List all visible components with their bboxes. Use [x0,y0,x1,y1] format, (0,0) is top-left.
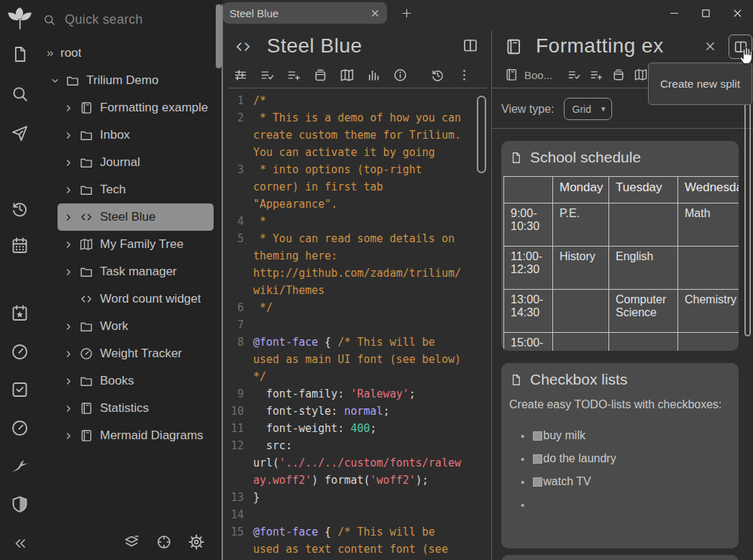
gear-icon[interactable] [188,533,205,551]
tree-item-my-family-tree[interactable]: My Family Tree [58,231,214,258]
launcher-gauge-icon[interactable] [10,342,29,362]
code-line[interactable]: 8@font-face { /* This will be [223,334,491,351]
code-line[interactable]: 13} [223,489,491,506]
chevrons-right-icon[interactable] [45,48,55,59]
launcher-search-icon[interactable] [10,84,29,104]
code-line[interactable]: 2 * This is a demo of how you can [223,109,491,127]
code-line[interactable]: url('../../../custom/fonts/ralew [223,454,491,472]
launcher-task-check-icon[interactable] [10,380,29,399]
list-plus-icon[interactable] [589,68,603,82]
tree-item-books[interactable]: Books [58,367,214,395]
chevron-right-icon[interactable] [63,321,74,332]
tree-item-statistics[interactable]: Statistics [58,395,214,422]
launcher-note-icon[interactable] [10,45,29,64]
close-split-icon[interactable] [703,40,717,53]
checkbox[interactable] [533,431,542,441]
history-icon[interactable] [430,68,445,83]
tree-item-journal[interactable]: Journal [58,149,214,176]
minimize-button[interactable] [658,0,690,26]
chevron-right-icon[interactable] [63,185,74,196]
tree-item-task-manager[interactable]: Task manager [58,258,214,285]
tree-item-root[interactable]: root [40,40,214,67]
map-book-icon[interactable] [634,68,648,82]
maximize-button[interactable] [690,0,721,26]
code-line[interactable]: 14 [223,506,491,523]
code-line[interactable]: 7 [223,316,491,334]
quick-search-input[interactable]: Quick search [42,9,143,29]
tree-item-mermaid-diagrams[interactable]: Mermaid Diagrams [58,422,214,449]
chevron-right-icon[interactable] [63,130,74,141]
code-line[interactable]: 4 * [223,213,491,230]
code-line[interactable]: 5 * You can read some details on [223,230,491,247]
box-icon[interactable] [611,68,626,82]
card-title[interactable]: School schedule [530,149,641,166]
tree-item-word-count-widget[interactable]: Word count widget [58,285,214,313]
code-line[interactable]: 15@font-face { /* This will be [223,523,491,541]
code-line[interactable]: 12 src: [223,437,491,454]
new-tab-icon[interactable] [401,7,413,19]
code-line[interactable]: 9 font-family: 'Raleway'; [223,385,491,403]
tab-close-icon[interactable] [370,8,380,19]
code-line[interactable]: You can activate it by going [223,144,491,161]
chevron-right-icon[interactable] [63,103,74,114]
note-title[interactable]: Steel Blue [267,35,362,58]
view-type-select[interactable]: Grid ▾ [564,98,612,120]
note-card-school-schedule[interactable]: School scheduleMondayTuesdayWednesday9:0… [501,141,739,351]
code-line[interactable]: 6 */ [223,299,491,316]
tree-item-work[interactable]: Work [58,313,214,340]
launcher-calendar-icon[interactable] [10,236,29,255]
code-line[interactable]: ay.woff2') format('woff2'); [223,472,491,489]
tree-item-weight-tracker[interactable]: Weight Tracker [58,340,214,367]
chevron-down-icon[interactable] [50,75,60,86]
create-new-split-button[interactable] [729,35,752,59]
note-card-checkbox-lists[interactable]: Checkbox listsCreate easy TODO-lists wit… [501,363,739,548]
code-line[interactable]: wiki/Themes [223,282,491,299]
code-line[interactable]: theming here: [223,247,491,265]
tree-item-steel-blue[interactable]: Steel Blue [58,203,214,231]
create-split-icon[interactable] [462,37,479,54]
chevron-right-icon[interactable] [63,267,74,277]
list-check-icon[interactable] [260,68,275,83]
code-line[interactable]: 11 font-weight: 400; [223,420,491,437]
bar-chart-icon[interactable] [366,68,381,83]
code-line[interactable]: "Appearance". [223,196,491,213]
tree-item-inbox[interactable]: Inbox [58,121,214,149]
sliders-icon[interactable] [233,68,248,83]
code-line[interactable]: 3 * into options (top-right [223,161,491,178]
tree-scrollbar-thumb[interactable] [216,4,222,68]
code-line[interactable]: used as main UI font (see below) [223,351,491,368]
editor-scrollbar-thumb[interactable] [477,96,486,173]
note-title[interactable]: Formatting ex [536,35,664,58]
launcher-calendar-star-icon[interactable] [10,303,29,323]
tree-item-formatting-example[interactable]: Formatting example [58,94,214,121]
launcher-shield-icon[interactable] [10,495,29,514]
chevrons-left-icon[interactable] [12,535,29,552]
code-line[interactable]: create custom theme for Trilium. [223,127,491,144]
crosshair-icon[interactable] [155,533,173,551]
right-scrollbar-thumb[interactable] [744,102,751,336]
code-line[interactable]: used as text content font (see [223,541,491,558]
tree-item-tech[interactable]: Tech [58,176,214,203]
chevron-right-icon[interactable] [63,431,74,441]
info-icon[interactable] [393,68,408,83]
list-plus-icon[interactable] [286,68,301,83]
checkbox[interactable] [533,477,542,487]
code-line[interactable]: corner) in first tab [223,178,491,196]
close-button[interactable] [721,0,753,26]
code-line[interactable]: 1/* [223,92,491,109]
chevron-right-icon[interactable] [63,212,74,223]
tree-item-trilium-demo[interactable]: Trilium Demo [44,67,214,94]
code-line[interactable]: http://github.com/zadam/trilium/ [223,265,491,282]
box-icon[interactable] [313,68,328,83]
code-line[interactable]: */ [223,368,491,385]
chevron-right-icon[interactable] [63,349,74,359]
book-properties-label[interactable]: Boo... [524,69,552,81]
chevron-right-icon[interactable] [63,239,74,250]
card-title[interactable]: Checkbox lists [530,371,627,388]
chevron-right-icon[interactable] [63,403,74,414]
list-check-icon[interactable] [567,68,581,82]
launcher-history-icon[interactable] [10,199,29,219]
tab-steel-blue[interactable]: Steel Blue [223,2,387,24]
launcher-bird-icon[interactable] [10,456,29,476]
launcher-gauge-icon[interactable] [10,418,29,438]
